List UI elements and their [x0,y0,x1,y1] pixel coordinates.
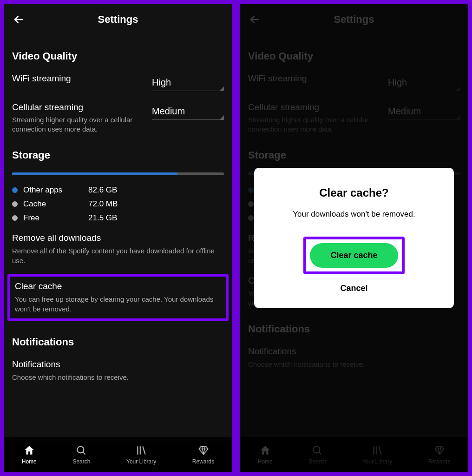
cellular-streaming-select[interactable]: Medium [152,102,224,120]
wifi-streaming-value: High [152,77,224,91]
cancel-button[interactable]: Cancel [268,284,440,293]
nav-library[interactable]: Your Library [126,444,156,465]
nav-home[interactable]: Home [22,444,37,465]
cellular-streaming-desc: Streaming higher quality over a cellular… [12,115,133,134]
storage-bar [12,172,224,175]
rewards-icon [197,444,210,456]
clear-cache-dialog: Clear cache? Your downloads won't be rem… [254,168,454,308]
nav-search[interactable]: Search [72,444,90,465]
wifi-streaming-select[interactable]: High [152,73,224,91]
home-icon [23,444,35,456]
legend-row-other-apps: Other apps 82.6 GB [12,185,224,195]
page-title: Settings [12,13,224,26]
search-icon [75,444,87,456]
dialog-title: Clear cache? [268,186,440,199]
dropdown-caret-icon [219,86,224,91]
cellular-streaming-label: Cellular streaming [12,102,152,112]
legend-row-free: Free 21.5 GB [12,213,224,223]
screenshot-left: Settings Video Quality WiFi streaming Hi… [2,2,234,474]
clear-cache-highlight: Clear cache [303,237,404,274]
section-video-quality: Video Quality [12,50,224,62]
section-notifications: Notifications [12,336,224,348]
dialog-subtitle: Your downloads won't be removed. [268,210,440,219]
cellular-streaming-value: Medium [152,106,224,119]
legend-row-cache: Cache 72.0 MB [12,199,224,209]
library-icon [135,444,147,456]
dropdown-caret-icon [219,115,224,120]
legend-dot-icon [12,187,18,193]
wifi-streaming-label: WiFi streaming [12,73,152,84]
svg-line-4 [143,446,145,454]
bottom-nav: Home Search Your Library Rewards [4,437,232,472]
legend-dot-icon [12,215,18,221]
notifications-item[interactable]: Notifications Choose which notifications… [12,359,224,382]
nav-rewards[interactable]: Rewards [192,444,214,465]
svg-line-1 [83,452,85,454]
section-storage: Storage [12,149,224,161]
screenshot-right: Settings Video Quality WiFi streaming Hi… [238,2,470,474]
back-icon[interactable] [12,13,25,26]
legend-dot-icon [12,201,18,207]
clear-cache-button[interactable]: Clear cache [310,243,398,268]
remove-downloads-item[interactable]: Remove all downloads Remove all of the S… [12,233,224,265]
storage-bar-fill [12,172,177,175]
clear-cache-item[interactable]: Clear cache You can free up storage by c… [7,274,229,321]
storage-legend: Other apps 82.6 GB Cache 72.0 MB Free 21… [12,185,224,223]
app-header: Settings [12,4,224,35]
